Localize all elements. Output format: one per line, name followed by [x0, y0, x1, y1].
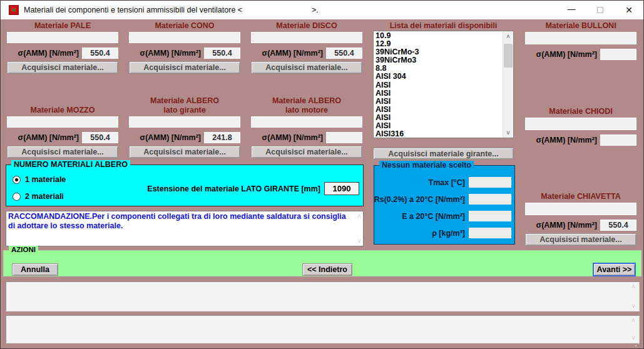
mozzo-sigma-value: 550.4 — [82, 132, 118, 143]
next-button[interactable]: Avanti >> — [593, 263, 636, 276]
material-card-albero-motore: Materiale ALBERO lato motore σ(AMM) [N/m… — [251, 96, 362, 158]
chiavetta-title: Materiale CHIAVETTA — [525, 192, 636, 201]
chiavetta-sigma-value: 550.4 — [600, 220, 636, 231]
listbox-scrollbar[interactable]: ˄ ˅ — [503, 31, 513, 138]
material-card-bulloni: Materiale BULLONI σ(AMM) [N/mm²] — [525, 21, 636, 60]
window-title-suffix: >. — [312, 6, 319, 14]
cono-sigma-value: 550.4 — [204, 48, 240, 59]
output-panel-bottom: ˄ ˅ — [6, 315, 640, 343]
list-item[interactable]: AISI — [376, 89, 501, 98]
list-item[interactable]: AISI — [376, 98, 501, 106]
scroll-up-icon[interactable]: ˄ — [631, 317, 635, 324]
material-props-rows: Tmax [°C] Rs(0.2%) a 20°C [N/mm²] E a 20… — [377, 177, 511, 245]
app-icon — [9, 5, 19, 15]
chiavetta-acquire-button[interactable]: Acquisisci materiale... — [525, 233, 636, 246]
scroll-down-icon[interactable]: ˅ — [631, 303, 635, 310]
list-item[interactable]: 10.9 — [376, 32, 501, 40]
minimize-icon: — — [568, 4, 576, 14]
chiavetta-sigma-label: σ(AMM) [N/mm²] — [536, 221, 597, 230]
pale-sigma-value: 550.4 — [82, 48, 118, 59]
disco-title: Materiale DISCO — [251, 21, 362, 31]
actions-legend: AZIONI — [9, 246, 38, 253]
chiodi-sigma-value — [600, 134, 636, 146]
shaft-groupbox-legend: NUMERO MATERIALI ALBERO — [11, 160, 130, 169]
bulloni-material-input[interactable] — [525, 32, 636, 44]
materials-list-items: 10.912.939NiCrMo-339NiCrMo38.8AISI 304AI… — [376, 32, 501, 138]
scroll-down-icon[interactable]: ˅ — [357, 238, 361, 245]
material-card-cono: Materiale CONO σ(AMM) [N/mm²] 550.4 Acqu… — [129, 21, 240, 74]
material-props-legend: Nessun materiale scelto — [379, 161, 474, 169]
list-item[interactable]: AISI316 — [376, 130, 501, 138]
actions-groupbox: AZIONI Annulla << Indietro Avanti >> — [3, 250, 641, 276]
mozzo-title: Materiale MOZZO — [7, 96, 118, 115]
mozzo-acquire-button[interactable]: Acquisisci materiale... — [7, 146, 118, 158]
materials-listbox[interactable]: 10.912.939NiCrMo-339NiCrMo38.8AISI 304AI… — [373, 31, 514, 138]
shaft-materials-groupbox: NUMERO MATERIALI ALBERO 1 materiale 2 ma… — [6, 164, 364, 206]
albero-girante-sigma-value: 241.8 — [204, 132, 240, 143]
material-card-albero-girante: Materiale ALBERO lato girante σ(AMM) [N/… — [129, 96, 240, 158]
albero-motore-sigma-label: σ(AMM) [N/mm²] — [262, 133, 323, 142]
albero-girante-acquire-button[interactable]: Acquisisci materiale... — [129, 146, 240, 158]
pale-material-input[interactable] — [7, 32, 118, 43]
disco-acquire-button[interactable]: Acquisisci materiale... — [251, 61, 362, 74]
list-item[interactable]: AISI 304 — [376, 73, 501, 81]
albero-motore-material-input[interactable] — [251, 116, 362, 128]
radio-1-materiale[interactable]: 1 materiale — [13, 175, 66, 184]
list-item[interactable]: AISI — [376, 114, 501, 122]
cono-acquire-button[interactable]: Acquisisci materiale... — [129, 61, 240, 74]
output-panel-top: ˄ ˅ — [6, 281, 640, 311]
cono-material-input[interactable] — [129, 32, 240, 43]
chiavetta-material-input[interactable] — [525, 203, 636, 215]
radio-button-icon[interactable] — [13, 176, 21, 184]
albero-girante-material-input[interactable] — [129, 116, 240, 128]
chiodi-title: Materiale CHIODI — [525, 107, 636, 116]
bulloni-sigma-label: σ(AMM) [N/mm²] — [536, 50, 597, 59]
minimize-button[interactable]: — — [557, 1, 586, 19]
tmax-field[interactable] — [469, 177, 511, 188]
cono-title: Materiale CONO — [129, 21, 240, 31]
radio-button-icon[interactable] — [13, 193, 21, 201]
acquire-girante-button[interactable]: Acquisisci materiale girante... — [373, 148, 514, 159]
list-item[interactable]: 39NiCrMo3 — [376, 56, 501, 64]
back-button[interactable]: << Indietro — [302, 263, 352, 276]
mozzo-material-input[interactable] — [7, 116, 118, 128]
cono-sigma-label: σ(AMM) [N/mm²] — [140, 49, 201, 58]
scrollbar-thumb[interactable] — [504, 44, 513, 68]
dialog-window: Materiali dei componenti e tensioni ammi… — [0, 0, 644, 349]
cancel-button[interactable]: Annulla — [12, 263, 58, 276]
e-field[interactable] — [469, 211, 511, 221]
materials-list-title: Lista dei materiali disponibili — [373, 21, 514, 30]
albero-girante-title: Materiale ALBERO lato girante — [129, 96, 240, 115]
albero-motore-sigma-value — [326, 132, 362, 143]
extension-input[interactable]: 1090 — [324, 182, 359, 195]
scroll-up-icon[interactable]: ˄ — [631, 283, 635, 290]
material-card-pale: Materiale PALE σ(AMM) [N/mm²] 550.4 Acqu… — [7, 21, 118, 74]
close-button[interactable]: ✕ — [615, 1, 643, 19]
disco-sigma-label: σ(AMM) [N/mm²] — [262, 49, 323, 58]
window-title: Materiali dei componenti e tensioni ammi… — [24, 6, 242, 14]
chiodi-material-input[interactable] — [525, 118, 636, 130]
recommendation-text: RACCOMANDAZIONE.Per i componenti collega… — [8, 212, 350, 231]
radio-2-materiali[interactable]: 2 materiali — [13, 192, 64, 201]
maximize-icon — [597, 7, 603, 13]
pale-acquire-button[interactable]: Acquisisci materiale... — [7, 61, 118, 74]
chiodi-sigma-label: σ(AMM) [N/mm²] — [536, 136, 597, 144]
mozzo-sigma-label: σ(AMM) [N/mm²] — [18, 133, 79, 142]
pale-title: Materiale PALE — [7, 21, 118, 31]
rho-field[interactable] — [469, 228, 511, 238]
maximize-button[interactable] — [586, 1, 615, 19]
prop-row-rs: Rs(0.2%) a 20°C [N/mm²] — [377, 194, 511, 205]
scroll-up-icon[interactable]: ˄ — [503, 31, 513, 41]
rs-field[interactable] — [469, 194, 511, 205]
dialog-body: Materiale PALE σ(AMM) [N/mm²] 550.4 Acqu… — [1, 19, 643, 348]
scroll-up-icon[interactable]: ˄ — [357, 213, 361, 220]
prop-row-rho: ρ [kg/m³] — [377, 228, 511, 238]
resize-grip[interactable] — [635, 340, 641, 346]
bulloni-title: Materiale BULLONI — [525, 21, 636, 31]
list-item[interactable]: AISI — [376, 81, 501, 89]
list-item[interactable]: AISI — [376, 106, 501, 114]
bulloni-sigma-value — [600, 49, 636, 60]
albero-motore-acquire-button[interactable]: Acquisisci materiale... — [251, 146, 362, 158]
scroll-down-icon[interactable]: ˅ — [503, 128, 513, 138]
disco-material-input[interactable] — [251, 32, 362, 43]
